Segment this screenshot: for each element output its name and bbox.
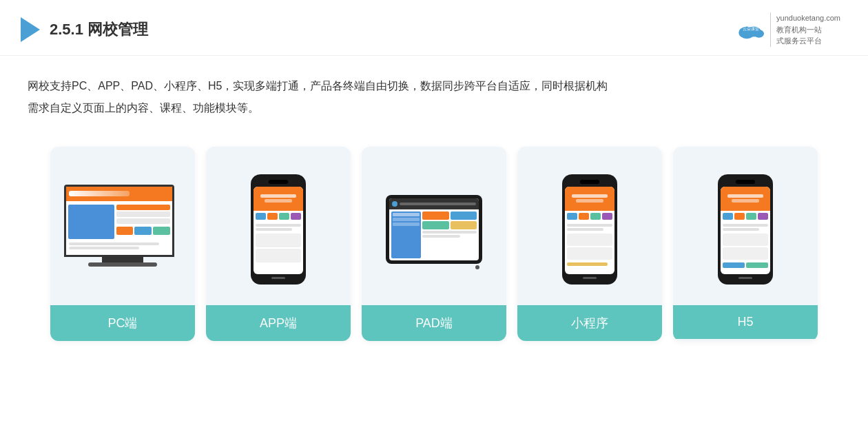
platform-cards: PC端 [0,133,868,355]
pc-base [88,262,157,267]
brand-tagline-1: 教育机构一站 [776,24,822,36]
h5-phone-notch [736,180,755,184]
yunduoketang-logo-icon: 云朵课堂 [736,19,766,41]
pc-screen-content [66,187,172,255]
phone-screen [254,187,303,274]
card-pad: PAD端 [362,147,506,341]
header-left: 2.5.1 网校管理 [21,17,148,42]
brand-url: yunduoketang.com [776,12,840,24]
phone-home-button [271,277,285,279]
description-line2: 需求自定义页面上的内容、课程、功能模块等。 [28,97,840,119]
card-pad-image [362,147,506,305]
brand-logo: 云朵课堂 yunduoketang.com 教育机构一站 式服务云平台 [736,12,840,47]
card-pad-label: PAD端 [362,305,506,341]
h5-phone-screen [721,187,770,274]
miniapp-phone-notch [580,180,599,184]
miniapp-phone-screen [565,187,614,274]
brand-tagline-2: 式服务云平台 [776,35,822,47]
card-h5: H5 [673,147,818,341]
card-h5-image [673,147,818,305]
description-block: 网校支持PC、APP、PAD、小程序、H5，实现多端打通，产品各终端自由切换，数… [0,56,868,126]
pc-banner [66,187,172,202]
svg-text:云朵课堂: 云朵课堂 [743,27,759,31]
card-miniapp: 小程序 [517,147,662,341]
card-pc-image [50,147,195,305]
card-pc-label: PC端 [50,305,195,341]
page-header: 2.5.1 网校管理 云朵课堂 yunduoketang.com 教育机构一站 … [0,0,868,56]
card-h5-label: H5 [673,305,818,339]
card-miniapp-label: 小程序 [517,305,662,341]
h5-phone-mock [718,174,773,285]
brand-text: yunduoketang.com 教育机构一站 式服务云平台 [770,12,840,47]
card-app-image [206,147,351,305]
description-line1: 网校支持PC、APP、PAD、小程序、H5，实现多端打通，产品各终端自由切换，数… [28,75,840,97]
pad-device-mock [386,195,482,264]
miniapp-phone-mock [562,174,617,285]
card-miniapp-image [517,147,662,305]
h5-phone-home [738,277,752,279]
pc-device-mock [64,185,181,274]
miniapp-phone-home [583,277,597,279]
section-number: 2.5.1 [50,21,83,38]
app-phone-mock [251,174,306,285]
page-title: 2.5.1 网校管理 [50,19,148,40]
card-app: APP端 [206,147,351,341]
pc-stand [102,257,143,262]
pc-screen [64,185,174,257]
card-app-label: APP端 [206,305,351,341]
pad-screen [389,198,479,260]
svg-rect-3 [742,32,761,37]
phone-notch [269,180,288,184]
title-text: 网校管理 [87,21,148,38]
card-pc: PC端 [50,147,195,341]
logo-triangle-icon [21,17,40,42]
